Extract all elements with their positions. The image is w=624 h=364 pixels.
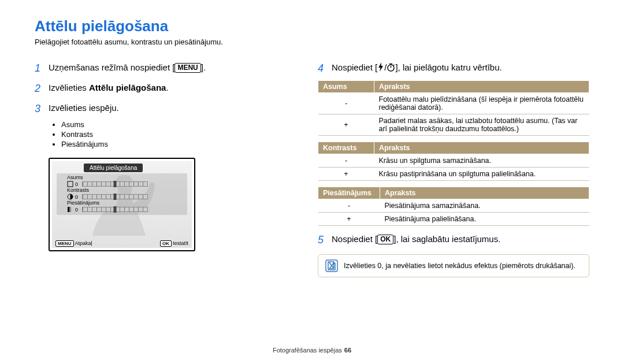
- lcd-row-label: Kontrasts: [67, 187, 109, 193]
- menu-key: MENU: [174, 63, 200, 73]
- th-contrast: Kontrasts: [318, 142, 374, 154]
- timer-icon: [387, 63, 395, 72]
- th-desc: Apraksts: [374, 80, 589, 92]
- step-5-number: 5: [318, 232, 332, 248]
- cell-desc: Krāsu pastiprināšana un spilgtuma paliel…: [374, 167, 589, 180]
- lcd-panel-title: Attēlu pielāgošana: [84, 164, 143, 172]
- step-2-text: Izvēlieties Attēlu pielāgošana.: [49, 80, 169, 95]
- lcd-slider: [82, 181, 148, 187]
- note-text: Izvēlieties 0, ja nevēlaties lietot nekā…: [344, 262, 575, 270]
- contrast-icon: [67, 194, 73, 200]
- sharpness-icon: [67, 181, 73, 187]
- step-5-text: Nospiediet [OK], lai saglabātu iestatīju…: [332, 232, 500, 246]
- th-desc: Apraksts: [374, 142, 589, 154]
- cell-desc: Piesātinājuma samazināšana.: [380, 199, 589, 212]
- option-item: Kontrasts: [61, 130, 289, 139]
- svg-rect-2: [68, 207, 69, 212]
- lcd-slider: [82, 207, 148, 212]
- page-footer: Fotografēšanas iespējas66: [0, 347, 624, 354]
- options-list: Asums Kontrasts Piesātinājums: [61, 120, 289, 148]
- table-contrast: KontrastsApraksts -Krāsu un spilgtuma sa…: [318, 142, 589, 181]
- step-3-text: Izvēlieties iespēju.: [49, 101, 119, 115]
- option-item: Piesātinājums: [61, 140, 289, 148]
- page-title: Attēlu pielāgošana: [35, 17, 589, 35]
- flash-icon: [377, 62, 384, 72]
- lcd-back: MENUAtpakaļ: [55, 240, 92, 247]
- lcd-value: 0: [75, 194, 82, 200]
- saturation-icon: [67, 206, 73, 213]
- step-1-text: Uzņemšanas režīmā nospiediet [MENU].: [49, 60, 206, 75]
- svg-rect-3: [69, 207, 71, 212]
- cell-sym: -: [318, 92, 374, 114]
- th-saturation: Piesātinājums: [318, 187, 380, 199]
- intro-text: Pielāgojiet fotoattēlu asumu, kontrastu …: [35, 38, 589, 46]
- cell-desc: Krāsu un spilgtuma samazināšana.: [374, 154, 589, 167]
- lcd-row-label: Piesātinājums: [67, 200, 109, 206]
- cell-desc: Padariet malas asākas, lai uzlabotu foto…: [374, 114, 589, 135]
- step-4-number: 4: [318, 60, 332, 77]
- svg-line-8: [393, 65, 395, 65]
- cell-sym: +: [318, 167, 374, 180]
- step-3-number: 3: [35, 101, 49, 117]
- table-sharpness: AsumsApraksts -Fotoattēlu malu pielīdzin…: [318, 80, 589, 136]
- note-box: Izvēlieties 0, ja nevēlaties lietot nekā…: [318, 254, 589, 277]
- lcd-slider: [82, 194, 148, 199]
- camera-lcd-mockup: Attēlu pielāgošana Asums 0 Kontrasts: [49, 158, 195, 251]
- ok-key: OK: [377, 235, 393, 244]
- lcd-value: 0: [75, 181, 82, 187]
- svg-rect-4: [71, 207, 73, 212]
- lcd-row-label: Asums: [67, 174, 109, 180]
- table-saturation: PiesātinājumsApraksts -Piesātinājuma sam…: [318, 187, 589, 226]
- cell-sym: +: [318, 212, 380, 225]
- cell-desc: Piesātinājuma palielināšana.: [380, 212, 589, 225]
- svg-rect-0: [68, 181, 73, 187]
- cell-sym: +: [318, 114, 374, 135]
- lcd-value: 0: [75, 207, 82, 213]
- cell-sym: -: [318, 199, 380, 212]
- cell-sym: -: [318, 154, 374, 167]
- option-item: Asums: [61, 120, 289, 129]
- th-desc: Apraksts: [380, 187, 589, 199]
- note-icon: [325, 259, 338, 272]
- step-1-number: 1: [35, 60, 49, 77]
- step-2-number: 2: [35, 80, 49, 97]
- step-4-text: Nospiediet [/], lai pielāgotu katru vērt…: [332, 60, 502, 75]
- cell-desc: Fotoattēlu malu pielīdzināšana (šī iespē…: [374, 92, 589, 114]
- th-sharpness: Asums: [318, 80, 374, 92]
- lcd-set: OKIestatīt: [160, 240, 188, 247]
